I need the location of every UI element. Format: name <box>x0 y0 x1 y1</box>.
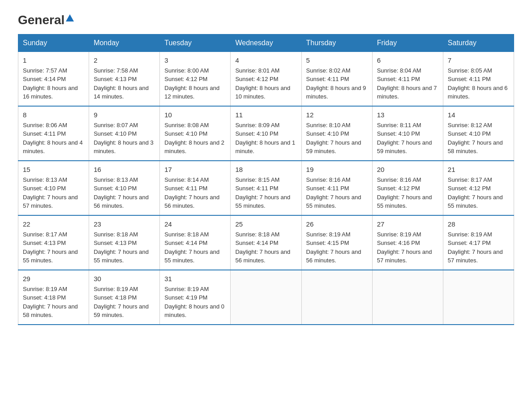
day-number: 16 <box>94 165 155 175</box>
day-number: 22 <box>23 219 84 229</box>
calendar-day-cell: 16Sunrise: 8:13 AMSunset: 4:10 PMDayligh… <box>89 161 160 215</box>
calendar-day-cell: 2Sunrise: 7:58 AMSunset: 4:13 PMDaylight… <box>89 52 160 107</box>
weekday-header-friday: Friday <box>372 34 443 52</box>
day-info: Sunrise: 7:57 AMSunset: 4:14 PMDaylight:… <box>23 67 78 100</box>
calendar-table: SundayMondayTuesdayWednesdayThursdayFrid… <box>18 34 514 325</box>
calendar-day-cell: 15Sunrise: 8:13 AMSunset: 4:10 PMDayligh… <box>18 161 89 215</box>
day-info: Sunrise: 7:58 AMSunset: 4:13 PMDaylight:… <box>94 67 149 100</box>
weekday-header-thursday: Thursday <box>301 34 372 52</box>
day-info: Sunrise: 8:04 AMSunset: 4:11 PMDaylight:… <box>377 67 437 100</box>
svg-marker-0 <box>66 14 74 21</box>
calendar-day-cell: 23Sunrise: 8:18 AMSunset: 4:13 PMDayligh… <box>89 215 160 270</box>
calendar-day-cell <box>231 270 301 325</box>
calendar-day-cell: 21Sunrise: 8:17 AMSunset: 4:12 PMDayligh… <box>443 161 514 215</box>
day-number: 19 <box>306 165 368 175</box>
calendar-day-cell: 26Sunrise: 8:19 AMSunset: 4:15 PMDayligh… <box>301 215 372 270</box>
day-info: Sunrise: 8:19 AMSunset: 4:18 PMDaylight:… <box>23 286 78 319</box>
day-number: 1 <box>23 56 84 65</box>
day-info: Sunrise: 8:14 AMSunset: 4:11 PMDaylight:… <box>164 176 219 210</box>
calendar-day-cell: 20Sunrise: 8:16 AMSunset: 4:12 PMDayligh… <box>372 161 443 215</box>
day-info: Sunrise: 8:19 AMSunset: 4:16 PMDaylight:… <box>377 231 432 264</box>
day-number: 6 <box>377 56 438 65</box>
day-number: 25 <box>235 219 296 229</box>
day-number: 13 <box>377 110 438 120</box>
calendar-day-cell: 27Sunrise: 8:19 AMSunset: 4:16 PMDayligh… <box>372 215 443 270</box>
day-info: Sunrise: 8:19 AMSunset: 4:19 PMDaylight:… <box>164 286 224 319</box>
calendar-day-cell: 10Sunrise: 8:08 AMSunset: 4:10 PMDayligh… <box>160 106 231 161</box>
logo-triangle-icon <box>65 13 75 23</box>
calendar-week-row: 29Sunrise: 8:19 AMSunset: 4:18 PMDayligh… <box>18 270 514 325</box>
page-header: General <box>18 13 514 25</box>
day-number: 5 <box>306 56 368 65</box>
weekday-header-saturday: Saturday <box>443 34 514 52</box>
calendar-day-cell: 25Sunrise: 8:18 AMSunset: 4:14 PMDayligh… <box>231 215 301 270</box>
day-info: Sunrise: 8:18 AMSunset: 4:13 PMDaylight:… <box>94 231 149 264</box>
day-number: 7 <box>448 56 509 65</box>
day-info: Sunrise: 8:16 AMSunset: 4:12 PMDaylight:… <box>377 176 432 210</box>
calendar-day-cell: 4Sunrise: 8:01 AMSunset: 4:12 PMDaylight… <box>231 52 301 107</box>
day-info: Sunrise: 8:18 AMSunset: 4:14 PMDaylight:… <box>164 231 219 264</box>
day-info: Sunrise: 8:19 AMSunset: 4:17 PMDaylight:… <box>448 231 503 264</box>
calendar-day-cell <box>443 270 514 325</box>
calendar-day-cell: 24Sunrise: 8:18 AMSunset: 4:14 PMDayligh… <box>160 215 231 270</box>
day-info: Sunrise: 8:18 AMSunset: 4:14 PMDaylight:… <box>235 231 290 264</box>
day-info: Sunrise: 8:15 AMSunset: 4:11 PMDaylight:… <box>235 176 290 210</box>
calendar-day-cell: 7Sunrise: 8:05 AMSunset: 4:11 PMDaylight… <box>443 52 514 107</box>
calendar-day-cell <box>372 270 443 325</box>
calendar-day-cell: 22Sunrise: 8:17 AMSunset: 4:13 PMDayligh… <box>18 215 89 270</box>
day-info: Sunrise: 8:06 AMSunset: 4:11 PMDaylight:… <box>23 122 83 155</box>
calendar-day-cell: 8Sunrise: 8:06 AMSunset: 4:11 PMDaylight… <box>18 106 89 161</box>
logo: General <box>18 13 75 25</box>
calendar-day-cell: 11Sunrise: 8:09 AMSunset: 4:10 PMDayligh… <box>231 106 301 161</box>
day-number: 20 <box>377 165 438 175</box>
calendar-week-row: 8Sunrise: 8:06 AMSunset: 4:11 PMDaylight… <box>18 106 514 161</box>
day-number: 21 <box>448 165 509 175</box>
day-info: Sunrise: 8:11 AMSunset: 4:10 PMDaylight:… <box>377 122 432 155</box>
day-number: 27 <box>377 219 438 229</box>
day-number: 29 <box>23 274 84 284</box>
day-number: 3 <box>164 56 226 65</box>
day-info: Sunrise: 8:17 AMSunset: 4:13 PMDaylight:… <box>23 231 78 264</box>
calendar-day-cell: 17Sunrise: 8:14 AMSunset: 4:11 PMDayligh… <box>160 161 231 215</box>
day-info: Sunrise: 8:19 AMSunset: 4:15 PMDaylight:… <box>306 231 361 264</box>
day-info: Sunrise: 8:13 AMSunset: 4:10 PMDaylight:… <box>23 176 78 210</box>
calendar-week-row: 15Sunrise: 8:13 AMSunset: 4:10 PMDayligh… <box>18 161 514 215</box>
day-number: 14 <box>448 110 509 120</box>
day-number: 2 <box>94 56 155 65</box>
day-info: Sunrise: 8:02 AMSunset: 4:11 PMDaylight:… <box>306 67 366 100</box>
day-info: Sunrise: 8:05 AMSunset: 4:11 PMDaylight:… <box>448 67 508 100</box>
day-number: 4 <box>235 56 296 65</box>
day-info: Sunrise: 8:16 AMSunset: 4:11 PMDaylight:… <box>306 176 361 210</box>
day-number: 23 <box>94 219 155 229</box>
day-number: 12 <box>306 110 368 120</box>
calendar-day-cell: 13Sunrise: 8:11 AMSunset: 4:10 PMDayligh… <box>372 106 443 161</box>
calendar-day-cell: 14Sunrise: 8:12 AMSunset: 4:10 PMDayligh… <box>443 106 514 161</box>
day-info: Sunrise: 8:10 AMSunset: 4:10 PMDaylight:… <box>306 122 361 155</box>
day-number: 17 <box>164 165 226 175</box>
calendar-week-row: 1Sunrise: 7:57 AMSunset: 4:14 PMDaylight… <box>18 52 514 107</box>
day-info: Sunrise: 8:07 AMSunset: 4:10 PMDaylight:… <box>94 122 154 155</box>
calendar-day-cell: 1Sunrise: 7:57 AMSunset: 4:14 PMDaylight… <box>18 52 89 107</box>
day-info: Sunrise: 8:08 AMSunset: 4:10 PMDaylight:… <box>164 122 224 155</box>
day-info: Sunrise: 8:19 AMSunset: 4:18 PMDaylight:… <box>94 286 149 319</box>
day-info: Sunrise: 8:01 AMSunset: 4:12 PMDaylight:… <box>235 67 290 100</box>
calendar-day-cell <box>301 270 372 325</box>
calendar-day-cell: 19Sunrise: 8:16 AMSunset: 4:11 PMDayligh… <box>301 161 372 215</box>
calendar-day-cell: 18Sunrise: 8:15 AMSunset: 4:11 PMDayligh… <box>231 161 301 215</box>
day-info: Sunrise: 8:12 AMSunset: 4:10 PMDaylight:… <box>448 122 503 155</box>
weekday-header-row: SundayMondayTuesdayWednesdayThursdayFrid… <box>18 34 514 52</box>
calendar-week-row: 22Sunrise: 8:17 AMSunset: 4:13 PMDayligh… <box>18 215 514 270</box>
weekday-header-sunday: Sunday <box>18 34 89 52</box>
calendar-day-cell: 6Sunrise: 8:04 AMSunset: 4:11 PMDaylight… <box>372 52 443 107</box>
day-number: 18 <box>235 165 296 175</box>
day-number: 8 <box>23 110 84 120</box>
day-number: 28 <box>448 219 509 229</box>
calendar-day-cell: 29Sunrise: 8:19 AMSunset: 4:18 PMDayligh… <box>18 270 89 325</box>
calendar-day-cell: 9Sunrise: 8:07 AMSunset: 4:10 PMDaylight… <box>89 106 160 161</box>
day-info: Sunrise: 8:17 AMSunset: 4:12 PMDaylight:… <box>448 176 503 210</box>
day-info: Sunrise: 8:00 AMSunset: 4:12 PMDaylight:… <box>164 67 219 100</box>
day-number: 9 <box>94 110 155 120</box>
calendar-day-cell: 31Sunrise: 8:19 AMSunset: 4:19 PMDayligh… <box>160 270 231 325</box>
calendar-day-cell: 30Sunrise: 8:19 AMSunset: 4:18 PMDayligh… <box>89 270 160 325</box>
weekday-header-wednesday: Wednesday <box>231 34 301 52</box>
